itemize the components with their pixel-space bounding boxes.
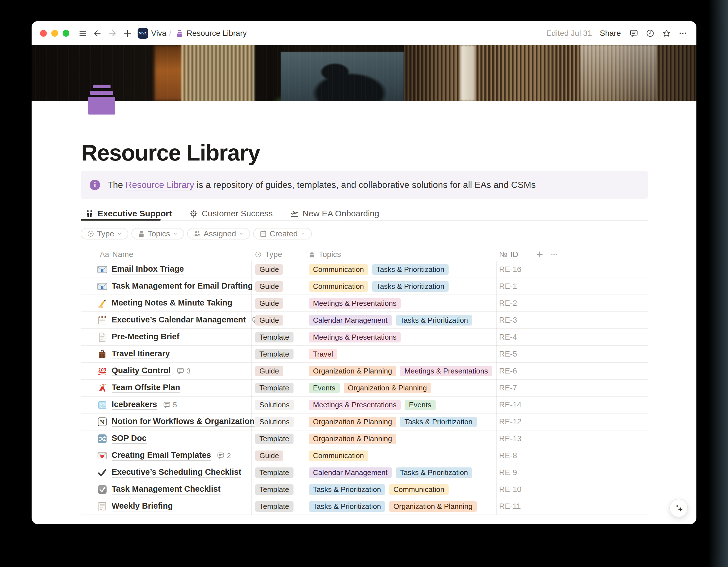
new-tab-icon[interactable] xyxy=(121,27,134,39)
type-cell[interactable]: Guide xyxy=(251,366,305,376)
name-cell[interactable]: Executive’s Calendar Management 1 xyxy=(81,315,251,326)
page-link[interactable]: Task Management Checklist xyxy=(112,484,220,495)
topics-cell[interactable]: CommunicationTasks & Prioritization xyxy=(305,264,496,275)
filter-assigned[interactable]: Assigned xyxy=(187,228,250,239)
name-cell[interactable]: E Task Management for Email Drafting xyxy=(81,281,251,292)
type-cell[interactable]: Template xyxy=(251,484,305,495)
type-cell[interactable]: Guide xyxy=(251,281,305,292)
page-link[interactable]: Icebreakers xyxy=(112,400,157,410)
topics-cell[interactable]: Meetings & PresentationsEvents xyxy=(305,400,496,410)
column-header-name[interactable]: Aa Name xyxy=(81,250,251,259)
type-cell[interactable]: Template xyxy=(251,467,305,478)
type-cell[interactable]: Guide xyxy=(251,298,305,309)
type-cell[interactable]: Solutions xyxy=(251,400,305,410)
breadcrumb-page[interactable]: Resource Library xyxy=(187,29,247,38)
name-cell[interactable]: Executive’s Scheduling Checklist xyxy=(81,467,251,478)
column-header-topics[interactable]: Topics xyxy=(305,250,496,259)
id-cell[interactable]: RE-3 xyxy=(496,316,529,325)
id-cell[interactable]: RE-10 xyxy=(496,485,529,494)
id-cell[interactable]: RE-12 xyxy=(496,417,529,426)
id-cell[interactable]: RE-11 xyxy=(496,502,529,511)
tab-executive-support[interactable]: Executive Support xyxy=(81,209,176,218)
page-link[interactable]: Weekly Briefing xyxy=(112,501,173,511)
id-cell[interactable]: RE-14 xyxy=(496,400,529,409)
name-cell[interactable]: 100 Quality Control 3 xyxy=(81,366,251,376)
workspace-avatar[interactable]: VIVA xyxy=(138,28,148,39)
type-cell[interactable]: Template xyxy=(251,434,305,444)
name-cell[interactable]: SOP Doc xyxy=(81,434,251,444)
callout-link[interactable]: Resource Library xyxy=(125,180,194,190)
page-link[interactable]: Creating Email Templates xyxy=(112,451,211,461)
id-cell[interactable]: RE-2 xyxy=(496,299,529,308)
topics-cell[interactable]: CommunicationTasks & Prioritization xyxy=(305,281,496,292)
sidebar-toggle-icon[interactable] xyxy=(77,27,89,39)
topics-cell[interactable]: Calendar ManagementTasks & Prioritizatio… xyxy=(305,315,496,326)
type-cell[interactable]: Guide xyxy=(251,451,305,461)
topics-cell[interactable]: Organization & PlanningTasks & Prioritiz… xyxy=(305,417,496,427)
name-cell[interactable]: Icebreakers 5 xyxy=(81,400,251,410)
type-cell[interactable]: Template xyxy=(251,349,305,360)
zoom-window-button[interactable] xyxy=(63,30,69,37)
filter-topics[interactable]: Topics xyxy=(131,228,184,239)
topics-cell[interactable]: Meetings & Presentations xyxy=(305,298,496,309)
name-cell[interactable]: N Notion for Workflows & Organization xyxy=(81,417,251,427)
type-cell[interactable]: Template xyxy=(251,383,305,393)
page-icon-archive[interactable] xyxy=(88,85,115,114)
id-cell[interactable]: RE-5 xyxy=(496,350,529,359)
page-link[interactable]: Meeting Notes & Minute Taking xyxy=(112,298,232,308)
type-cell[interactable]: Template xyxy=(251,332,305,343)
type-cell[interactable]: Solutions xyxy=(251,417,305,427)
page-link[interactable]: Task Management for Email Drafting xyxy=(112,281,253,292)
history-icon[interactable] xyxy=(644,27,656,39)
id-cell[interactable]: RE-16 xyxy=(496,265,529,274)
id-cell[interactable]: RE-7 xyxy=(496,383,529,392)
page-link[interactable]: SOP Doc xyxy=(112,434,147,444)
page-link[interactable]: Pre-Meeting Brief xyxy=(112,332,179,342)
name-cell[interactable]: E Email Inbox Triage xyxy=(81,264,251,275)
tab-customer-success[interactable]: Customer Success xyxy=(185,209,277,218)
notion-ai-button[interactable] xyxy=(669,499,688,517)
tab-new-ea-onboarding[interactable]: New EA Onboarding xyxy=(286,209,383,218)
page-link[interactable]: Quality Control xyxy=(112,366,171,376)
id-cell[interactable]: RE-13 xyxy=(496,434,529,443)
column-header-id[interactable]: № ID xyxy=(496,250,529,259)
share-button[interactable]: Share xyxy=(600,29,621,38)
page-link[interactable]: Executive’s Scheduling Checklist xyxy=(112,467,241,478)
topics-cell[interactable]: Communication xyxy=(305,451,496,461)
minimize-window-button[interactable] xyxy=(51,30,58,37)
page-link[interactable]: Team Offsite Plan xyxy=(112,383,180,393)
page-title[interactable]: Resource Library xyxy=(81,141,260,165)
name-cell[interactable]: Travel Itinerary xyxy=(81,349,251,360)
topics-cell[interactable]: Organization & PlanningMeetings & Presen… xyxy=(305,366,496,376)
close-window-button[interactable] xyxy=(40,30,47,37)
comment-count-badge[interactable]: 2 xyxy=(217,451,231,460)
type-cell[interactable]: Guide xyxy=(251,264,305,275)
table-options-icon[interactable] xyxy=(550,250,558,259)
name-cell[interactable]: Weekly Briefing xyxy=(81,501,251,512)
id-cell[interactable]: RE-9 xyxy=(496,468,529,477)
page-link[interactable]: Notion for Workflows & Organization xyxy=(112,417,255,427)
filter-type[interactable]: Type xyxy=(81,228,128,239)
topics-cell[interactable]: EventsOrganization & Planning xyxy=(305,383,496,393)
topics-cell[interactable]: Calendar ManagementTasks & Prioritizatio… xyxy=(305,467,496,478)
favorite-star-icon[interactable] xyxy=(660,27,673,39)
breadcrumb-workspace[interactable]: Viva xyxy=(151,29,166,38)
topics-cell[interactable]: Tasks & PrioritizationCommunication xyxy=(305,484,496,495)
name-cell[interactable]: Pre-Meeting Brief xyxy=(81,332,251,343)
page-link[interactable]: Email Inbox Triage xyxy=(112,264,184,274)
add-column-icon[interactable] xyxy=(536,250,544,258)
back-icon[interactable] xyxy=(91,27,104,39)
id-cell[interactable]: RE-4 xyxy=(496,333,529,342)
id-cell[interactable]: RE-1 xyxy=(496,282,529,291)
comments-icon[interactable] xyxy=(628,27,640,39)
forward-icon[interactable] xyxy=(106,27,118,39)
type-cell[interactable]: Template xyxy=(251,501,305,512)
type-cell[interactable]: Guide xyxy=(251,315,305,326)
comment-count-badge[interactable]: 3 xyxy=(177,367,190,376)
id-cell[interactable]: RE-6 xyxy=(496,367,529,376)
name-cell[interactable]: Creating Email Templates 2 xyxy=(81,451,251,461)
name-cell[interactable]: Team Offsite Plan xyxy=(81,383,251,393)
topics-cell[interactable]: Organization & Planning xyxy=(305,434,496,444)
column-header-type[interactable]: Type xyxy=(251,250,305,259)
comment-count-badge[interactable]: 5 xyxy=(163,401,177,409)
